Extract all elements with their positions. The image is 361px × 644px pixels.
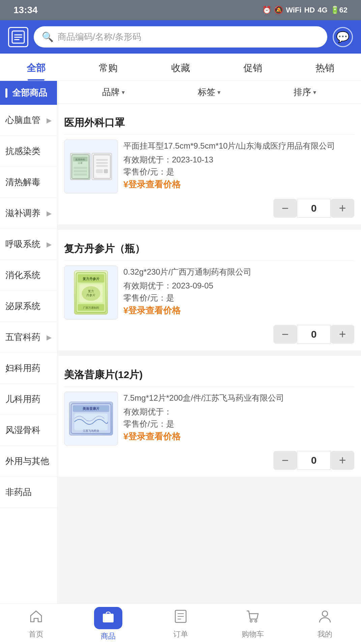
header: 🔍 商品编码/名称/条形码 💬 <box>0 20 361 54</box>
product-card-1: 医用外科口罩 医用外科 口罩 <box>57 104 361 224</box>
svg-text:口罩: 口罩 <box>78 162 83 164</box>
sidebar-item-heat-clearing[interactable]: 清热解毒 <box>0 167 57 198</box>
sidebar-header-bar <box>5 88 7 98</box>
sidebar-item-non-medicine[interactable]: 非药品 <box>0 477 57 508</box>
svg-rect-32 <box>103 614 114 622</box>
meloxicam-image-content: 美洛昔康片 江苏飞马药业 <box>69 402 113 435</box>
product-login-price-3[interactable]: ¥登录查看价格 <box>123 431 354 442</box>
svg-text:美洛昔康片: 美洛昔康片 <box>82 406 100 410</box>
product-desc-1: 平面挂耳型17.5cm*9.5cm*10片/山东海成医疗用品有限公司 <box>123 140 354 152</box>
sidebar-item-nourishing[interactable]: 滋补调养 ▶ <box>0 198 57 229</box>
sidebar-header-label: 全部商品 <box>12 87 47 99</box>
search-bar[interactable]: 🔍 商品编码/名称/条形码 <box>34 26 327 48</box>
nav-cart-label: 购物车 <box>242 629 264 639</box>
sidebar-item-pediatrics[interactable]: 儿科用药 <box>0 384 57 415</box>
brand-chevron-icon: ▾ <box>122 89 125 96</box>
svg-rect-15 <box>96 165 108 167</box>
product-image-1: 医用外科 口罩 <box>64 140 118 193</box>
product-info-1: 平面挂耳型17.5cm*9.5cm*10片/山东海成医疗用品有限公司 有效期优于… <box>123 140 354 190</box>
sort-filter[interactable]: 排序 ▾ <box>257 86 353 98</box>
product-card-2: 复方丹参片（瓶） 复方丹参片 复方 丹参片 <box>57 230 361 350</box>
bottom-navigation: 首页 商品 订单 <box>0 604 361 644</box>
product-desc-3: 7.5mg*12片*200盒/件/江苏飞马药业有限公司 <box>123 392 354 404</box>
sidebar-item-ent[interactable]: 五官科药 ▶ <box>0 322 57 353</box>
qty-value-3: 0 <box>297 451 331 470</box>
sort-chevron-icon: ▾ <box>313 89 316 96</box>
product-title-2: 复方丹参片（瓶） <box>64 237 354 261</box>
tag-chevron-icon: ▾ <box>217 89 220 96</box>
message-button[interactable]: 💬 <box>333 27 353 47</box>
nav-mine[interactable]: 我的 <box>289 604 361 644</box>
tab-favorites[interactable]: 收藏 <box>144 54 216 81</box>
category-tabs: 全部 常购 收藏 促销 热销 <box>0 54 361 81</box>
chevron-right-icon-2: ▶ <box>47 209 52 217</box>
status-time: 13:34 <box>13 5 38 16</box>
search-placeholder: 商品编码/名称/条形码 <box>58 31 141 43</box>
product-row-3: 美洛昔康片 江苏飞马药业 7.5mg*12片*200盒/件/江苏飞马药业有限公司… <box>64 392 354 446</box>
product-login-price-1[interactable]: ¥登录查看价格 <box>123 179 354 190</box>
svg-text:复方: 复方 <box>88 289 94 293</box>
increase-qty-2[interactable]: + <box>331 325 354 344</box>
sidebar-item-digestive[interactable]: 消化系统 <box>0 260 57 291</box>
sidebar-item-urinary[interactable]: 泌尿系统 <box>0 291 57 322</box>
sidebar: 全部商品 心脑血管 ▶ 抗感染类 清热解毒 滋补调养 ▶ 呼吸系统 ▶ 消化系统… <box>0 81 57 620</box>
svg-rect-9 <box>74 170 87 172</box>
decrease-qty-2[interactable]: − <box>273 325 297 344</box>
wifi-icon: WiFi <box>286 6 301 14</box>
mask-package-1: 医用外科 口罩 <box>70 153 90 180</box>
mine-icon <box>318 609 332 627</box>
tab-promo[interactable]: 促销 <box>217 54 289 81</box>
chevron-right-icon: ▶ <box>47 116 52 124</box>
sidebar-item-cardiovascular[interactable]: 心脑血管 ▶ <box>0 105 57 136</box>
4g-icon: 4G <box>318 6 327 14</box>
svg-rect-1 <box>14 34 22 35</box>
battery-icon: 🔋62 <box>330 6 348 14</box>
alarm-icon: ⏰ <box>262 6 271 14</box>
quantity-control-2: − 0 + <box>64 325 354 344</box>
tag-filter[interactable]: 标签 ▾ <box>161 86 257 98</box>
nav-mine-label: 我的 <box>318 629 332 639</box>
tab-regular[interactable]: 常购 <box>72 54 144 81</box>
sidebar-item-respiratory[interactable]: 呼吸系统 ▶ <box>0 229 57 260</box>
product-price-label-2: 零售价/元：是 <box>123 293 354 303</box>
sidebar-item-antiinfection[interactable]: 抗感染类 <box>0 136 57 167</box>
svg-rect-8 <box>74 167 87 169</box>
quantity-control-3: − 0 + <box>64 451 354 470</box>
product-title-3: 美洛昔康片(12片) <box>64 363 354 387</box>
increase-qty-3[interactable]: + <box>331 451 354 470</box>
product-list: 医用外科口罩 医用外科 口罩 <box>57 104 361 477</box>
nav-home[interactable]: 首页 <box>0 604 72 644</box>
product-price-label-3: 零售价/元：是 <box>123 419 354 429</box>
product-card-3: 美洛昔康片(12片) 美洛昔康片 江 <box>57 356 361 477</box>
product-login-price-2[interactable]: ¥登录查看价格 <box>123 305 354 316</box>
decrease-qty-1[interactable]: − <box>273 199 297 218</box>
dancan-image-content: 复方丹参片 复方 丹参片 广西万通制药 <box>74 271 108 314</box>
product-desc-2: 0.32g*230片/广西万通制药有限公司 <box>123 266 354 278</box>
svg-text:丹参片: 丹参片 <box>87 294 96 297</box>
svg-point-38 <box>255 620 257 622</box>
nav-products[interactable]: 商品 <box>72 604 144 644</box>
nav-cart[interactable]: 购物车 <box>217 604 289 644</box>
status-bar: 13:34 ⏰ 🔕 WiFi HD 4G 🔋62 <box>0 0 361 20</box>
silent-icon: 🔕 <box>274 6 283 14</box>
decrease-qty-3[interactable]: − <box>273 451 297 470</box>
message-icon: 💬 <box>336 31 350 43</box>
tab-all[interactable]: 全部 <box>0 54 72 81</box>
svg-rect-3 <box>14 39 20 40</box>
home-icon <box>29 609 43 627</box>
nav-orders[interactable]: 订单 <box>144 604 216 644</box>
increase-qty-1[interactable]: + <box>331 199 354 218</box>
qty-value-1: 0 <box>297 199 331 218</box>
nav-orders-label: 订单 <box>173 629 188 639</box>
mask-image-content: 医用外科 口罩 <box>67 150 115 183</box>
filter-bar: 品牌 ▾ 标签 ▾ 排序 ▾ <box>57 81 361 104</box>
sidebar-item-rheumatology[interactable]: 风湿骨科 <box>0 415 57 446</box>
main-layout: 全部商品 心脑血管 ▶ 抗感染类 清热解毒 滋补调养 ▶ 呼吸系统 ▶ 消化系统… <box>0 81 361 620</box>
svg-text:江苏飞马药业: 江苏飞马药业 <box>83 429 99 432</box>
brand-filter[interactable]: 品牌 ▾ <box>65 86 161 98</box>
sidebar-item-gynecology[interactable]: 妇科用药 <box>0 353 57 384</box>
svg-rect-2 <box>14 37 22 38</box>
tab-hot[interactable]: 热销 <box>289 54 361 81</box>
svg-point-37 <box>250 620 252 622</box>
sidebar-item-external[interactable]: 外用与其他 <box>0 446 57 477</box>
